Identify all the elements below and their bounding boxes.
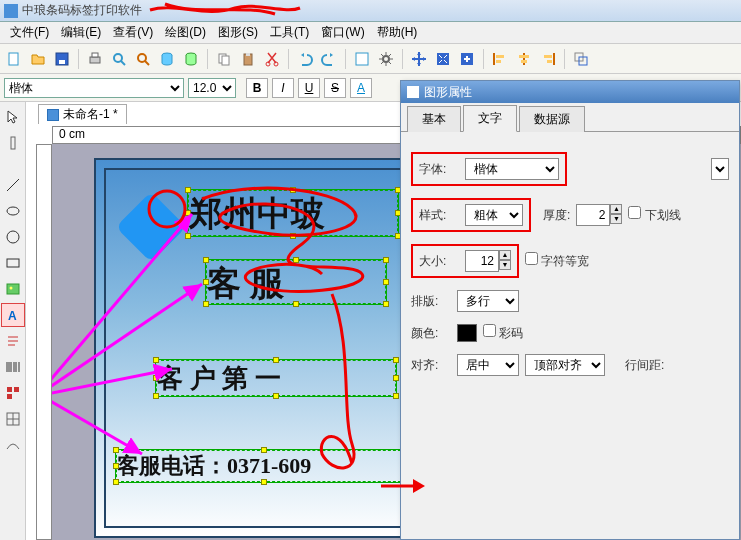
align-right-button[interactable] [538,49,558,69]
gear-button[interactable] [376,49,396,69]
align-center-button[interactable] [514,49,534,69]
svg-rect-26 [521,60,527,63]
style-label: 样式: [419,207,459,224]
line-tool[interactable] [1,173,25,197]
size-label: 大小: [419,253,459,270]
font-dropdown-extra[interactable] [711,158,729,180]
font-size-select[interactable]: 12.0 [188,78,236,98]
panel-header[interactable]: 图形属性 [401,81,739,103]
menu-window[interactable]: 窗口(W) [315,22,370,43]
style-select[interactable]: 粗体 [465,204,523,226]
cut-button[interactable] [262,49,282,69]
underline-check[interactable] [628,206,641,219]
align-left-button[interactable] [490,49,510,69]
print-button[interactable] [85,49,105,69]
text-tool[interactable]: A [1,303,25,327]
grid-tool[interactable] [1,407,25,431]
thickness-spin[interactable]: ▲▼ [576,204,622,226]
svg-rect-37 [7,284,19,294]
new-button[interactable] [4,49,24,69]
svg-rect-44 [14,387,19,392]
open-button[interactable] [28,49,48,69]
tab-text[interactable]: 文字 [463,105,517,132]
save-button[interactable] [52,49,72,69]
side-toolbar: A [0,102,26,540]
move-button[interactable] [409,49,429,69]
svg-point-34 [7,207,19,215]
menu-file[interactable]: 文件(F) [4,22,55,43]
strike-button[interactable]: S [324,78,346,98]
preview2-button[interactable] [133,49,153,69]
thickness-label: 厚度: [543,207,570,224]
svg-rect-17 [356,53,368,65]
image-tool[interactable] [1,277,25,301]
svg-rect-32 [11,137,15,149]
menu-draw[interactable]: 绘图(D) [159,22,212,43]
colorcode-check[interactable] [483,324,496,337]
text-3: 客 户 第 一 [157,364,281,393]
redo-button[interactable] [319,49,339,69]
svg-line-33 [7,179,19,191]
svg-line-8 [145,61,149,65]
group-button[interactable] [571,49,591,69]
text-2: 客 服 [207,265,284,302]
text-object-4[interactable]: 客服电话：0371-609 [116,450,411,482]
svg-rect-45 [7,394,12,399]
fit-button[interactable] [433,49,453,69]
preview-button[interactable] [109,49,129,69]
db2-button[interactable] [181,49,201,69]
zoom-button[interactable] [457,49,477,69]
bold-button[interactable]: B [246,78,268,98]
color-label: 颜色: [411,325,451,342]
font-select[interactable]: 楷体 [465,158,559,180]
svg-rect-4 [92,53,98,57]
qr-tool[interactable] [1,381,25,405]
doc-tab-label: 未命名-1 * [63,106,118,123]
undo-button[interactable] [295,49,315,69]
pick-tool[interactable] [1,131,25,155]
underline-button[interactable]: U [298,78,320,98]
doc-settings-button[interactable] [352,49,372,69]
db-button[interactable] [157,49,177,69]
italic-button[interactable]: I [272,78,294,98]
curve-tool[interactable] [1,433,25,457]
panel-icon [407,86,419,98]
copy-button[interactable] [214,49,234,69]
tab-datasource[interactable]: 数据源 [519,106,585,132]
tab-basic[interactable]: 基本 [407,106,461,132]
properties-panel[interactable]: 图形属性 基本 文字 数据源 字体: 楷体 样式: 粗体 厚度: ▲▼ 下划线 … [400,80,740,540]
menu-help[interactable]: 帮助(H) [371,22,424,43]
color-button[interactable]: A [350,78,372,98]
menu-shape[interactable]: 图形(S) [212,22,264,43]
svg-rect-28 [544,55,552,58]
linespace-label: 行间距: [625,357,664,374]
monospace-check[interactable] [525,252,538,265]
menu-tool[interactable]: 工具(T) [264,22,315,43]
text-object-1[interactable]: 郑州中玻 [188,190,398,236]
paste-button[interactable] [238,49,258,69]
color-swatch[interactable] [457,324,477,342]
text-4: 客服电话：0371-609 [117,453,311,478]
panel-tabs: 基本 文字 数据源 [401,103,739,131]
menu-edit[interactable]: 编辑(E) [55,22,107,43]
valign-select[interactable]: 顶部对齐 [525,354,605,376]
text-object-2[interactable]: 客 服 [206,260,386,304]
document-tab[interactable]: 未命名-1 * [38,104,127,124]
label-design[interactable]: 郑州中玻 客 服 客 户 第 一 客服电话：0371-609 [94,158,424,538]
halign-select[interactable]: 居中 [457,354,519,376]
layout-select[interactable]: 多行 [457,290,519,312]
size-spin[interactable]: ▲▼ [465,250,511,272]
doc-icon [47,109,59,121]
rect-tool[interactable] [1,251,25,275]
barcode-tool[interactable] [1,355,25,379]
font-name-select[interactable]: 楷体 [4,78,184,98]
menu-view[interactable]: 查看(V) [107,22,159,43]
svg-point-7 [138,54,146,62]
pointer-tool[interactable] [1,105,25,129]
ellipse-tool[interactable] [1,199,25,223]
svg-rect-25 [519,55,529,58]
oval-tool[interactable] [1,225,25,249]
text-object-3[interactable]: 客 户 第 一 [156,360,396,396]
font-label: 字体: [419,161,459,178]
richtext-tool[interactable] [1,329,25,353]
